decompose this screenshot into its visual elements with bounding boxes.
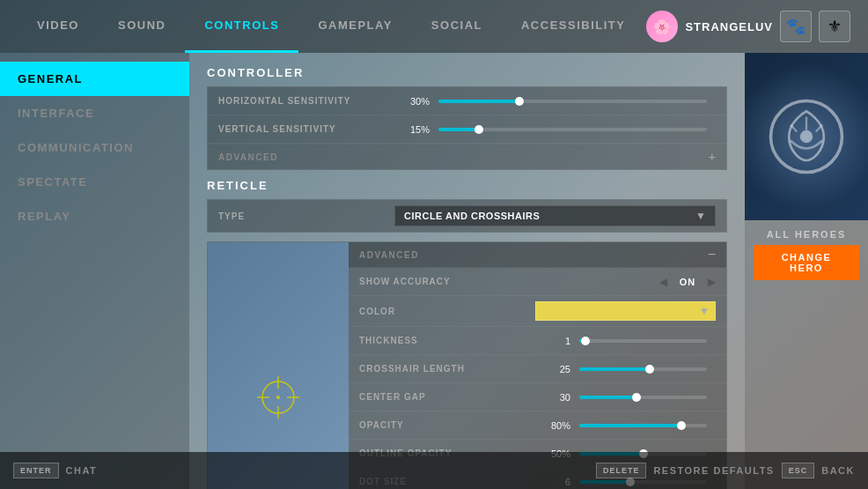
opacity-value: 80% (535, 420, 570, 431)
controller-advanced-label: ADVANCED (218, 152, 278, 162)
sidebar: GENERAL INTERFACE COMMUNICATION SPECTATE… (0, 53, 189, 489)
back-label[interactable]: BACK (821, 465, 855, 476)
crosshair-length-slider[interactable] (579, 367, 707, 371)
change-hero-button[interactable]: CHANGE HERO (754, 245, 859, 280)
bottom-right-actions: DELETE RESTORE DEFAULTS ESC BACK (596, 463, 855, 478)
show-accuracy-toggle[interactable]: ◀ ON ▶ (535, 276, 716, 288)
thickness-slider[interactable] (579, 339, 707, 343)
vertical-sensitivity-slider[interactable] (438, 128, 707, 131)
show-accuracy-label: SHOW ACCURACY (359, 277, 535, 286)
tab-sound[interactable]: SOUND (99, 0, 185, 53)
content-area: CONTROLLER HORIZONTAL SENSITIVITY 30% VE… (189, 53, 745, 489)
avatar: 🌸 (646, 11, 678, 42)
svg-point-7 (800, 130, 813, 143)
controller-advanced-row[interactable]: ADVANCED + (208, 144, 726, 169)
sidebar-item-replay[interactable]: REPLAY (0, 199, 189, 233)
nav-tabs: VIDEO SOUND CONTROLS GAMEPLAY SOCIAL ACC… (18, 0, 644, 53)
tab-video[interactable]: VIDEO (18, 0, 99, 53)
tab-gameplay[interactable]: GAMEPLAY (298, 0, 411, 53)
center-gap-label: CENTER GAP (359, 392, 535, 402)
profile-icon[interactable]: 🐾 (780, 11, 812, 42)
opacity-row: OPACITY 80% (349, 411, 726, 440)
color-chevron-icon: ▼ (699, 305, 710, 317)
color-row: COLOR ▼ (349, 296, 726, 327)
horizontal-sensitivity-slider[interactable] (438, 100, 707, 103)
reticle-title: RETICLE (207, 179, 727, 192)
svg-point-5 (276, 396, 280, 399)
reticle-type-row: TYPE CIRCLE AND CROSSHAIRS ▼ (208, 200, 726, 232)
enter-key: ENTER (13, 463, 59, 478)
center-gap-slider[interactable] (579, 396, 707, 399)
reticle-type-dropdown[interactable]: CIRCLE AND CROSSHAIRS ▼ (394, 205, 716, 226)
user-area: 🌸 STRANGELUV 🐾 ⚜ (646, 11, 850, 42)
delete-key[interactable]: DELETE (596, 463, 647, 478)
chat-label: CHAT (66, 465, 98, 476)
controller-block: HORIZONTAL SENSITIVITY 30% VERTICAL SENS… (207, 86, 727, 170)
crosshair-preview-svg (243, 362, 313, 433)
thickness-row: THICKNESS 1 (349, 327, 726, 355)
center-gap-row: CENTER GAP 30 (349, 383, 726, 411)
sidebar-item-communication[interactable]: COMMUNICATION (0, 130, 189, 165)
opacity-label: OPACITY (359, 420, 535, 430)
sidebar-item-general[interactable]: GENERAL (0, 62, 189, 96)
left-arrow-icon[interactable]: ◀ (659, 276, 667, 288)
restore-defaults-label[interactable]: RESTORE DEFAULTS (653, 465, 774, 476)
collapse-icon[interactable]: − (708, 248, 716, 262)
opacity-slider[interactable] (579, 424, 707, 427)
thickness-label: THICKNESS (359, 336, 535, 345)
chevron-down-icon: ▼ (695, 210, 706, 222)
controller-expand-icon[interactable]: + (709, 150, 716, 164)
reticle-advanced-header: ADVANCED − (349, 242, 726, 268)
tab-controls[interactable]: CONTROLS (185, 0, 298, 53)
color-swatch[interactable]: ▼ (535, 301, 716, 321)
esc-key[interactable]: ESC (782, 463, 815, 478)
reticle-type-label: TYPE (218, 211, 394, 221)
settings-icon[interactable]: ⚜ (819, 11, 850, 42)
crosshair-length-label: CROSSHAIR LENGTH (359, 364, 535, 374)
sidebar-item-spectate[interactable]: SPECTATE (0, 165, 189, 199)
username: STRANGELUV (685, 20, 773, 33)
hero-label: ALL HEROES (767, 220, 847, 245)
bottom-bar: ENTER CHAT DELETE RESTORE DEFAULTS ESC B… (0, 452, 868, 489)
crosshair-length-row: CROSSHAIR LENGTH 25 (349, 355, 726, 383)
controller-title: CONTROLLER (207, 66, 727, 79)
top-nav: VIDEO SOUND CONTROLS GAMEPLAY SOCIAL ACC… (0, 0, 868, 53)
reticle-advanced-label: ADVANCED (359, 250, 419, 260)
thickness-value: 1 (535, 336, 570, 346)
horizontal-sensitivity-row: HORIZONTAL SENSITIVITY 30% (208, 87, 726, 115)
overwatch-logo-icon (767, 97, 846, 176)
vertical-sensitivity-value: 15% (394, 124, 430, 135)
hero-logo-area (745, 53, 868, 220)
main-layout: GENERAL INTERFACE COMMUNICATION SPECTATE… (0, 53, 868, 489)
vertical-sensitivity-label: VERTICAL SENSITIVITY (218, 124, 394, 134)
horizontal-sensitivity-label: HORIZONTAL SENSITIVITY (218, 96, 394, 106)
tab-accessibility[interactable]: ACCESSIBILITY (502, 0, 644, 53)
show-accuracy-value: ON (674, 277, 701, 287)
crosshair-length-value: 25 (535, 364, 570, 374)
sidebar-item-interface[interactable]: INTERFACE (0, 96, 189, 130)
center-gap-value: 30 (535, 392, 570, 403)
tab-social[interactable]: SOCIAL (412, 0, 502, 53)
hero-panel: ALL HEROES CHANGE HERO (745, 53, 868, 489)
vertical-sensitivity-row: VERTICAL SENSITIVITY 15% (208, 115, 726, 144)
horizontal-sensitivity-value: 30% (394, 96, 430, 107)
show-accuracy-row: SHOW ACCURACY ◀ ON ▶ (349, 268, 726, 296)
reticle-type-block: TYPE CIRCLE AND CROSSHAIRS ▼ (207, 199, 727, 233)
reticle-type-value: CIRCLE AND CROSSHAIRS (404, 211, 695, 221)
color-label: COLOR (359, 307, 535, 316)
right-arrow-icon[interactable]: ▶ (708, 276, 716, 288)
